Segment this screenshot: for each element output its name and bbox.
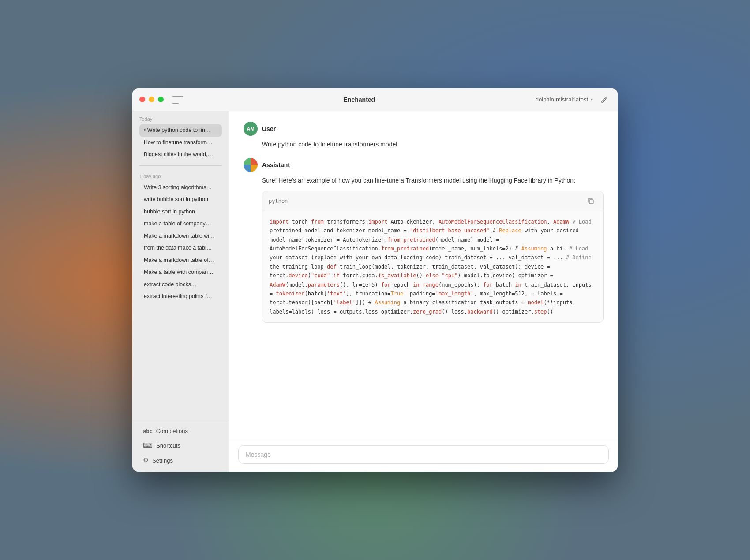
shortcuts-label: Shortcuts xyxy=(156,442,180,449)
assistant-avatar xyxy=(244,158,258,172)
new-chat-button[interactable] xyxy=(598,93,611,106)
sidebar-toggle-line-2 xyxy=(172,103,179,104)
input-area xyxy=(229,439,618,472)
shortcuts-button[interactable]: ⌨ Shortcuts xyxy=(136,438,225,452)
settings-button[interactable]: ⚙ Settings xyxy=(136,453,225,467)
content-area: Today Write python code to fin… How to f… xyxy=(132,111,618,472)
user-avatar: AM xyxy=(244,122,258,136)
sidebar-item-6[interactable]: make a table of company… xyxy=(139,218,222,230)
user-avatar-initials: AM xyxy=(247,126,254,131)
model-name: dolphin-mistral:latest xyxy=(536,96,588,103)
completions-icon: abc xyxy=(143,428,153,434)
yesterday-label: 1 day ago xyxy=(139,174,222,179)
settings-label: Settings xyxy=(152,457,173,464)
titlebar: Enchanted dolphin-mistral:latest ▾ xyxy=(132,88,618,111)
chevron-down-icon: ▾ xyxy=(591,97,593,102)
copy-code-button[interactable] xyxy=(585,195,597,207)
today-label: Today xyxy=(139,116,222,122)
sidebar: Today Write python code to fin… How to f… xyxy=(132,111,229,472)
code-lang-label: python xyxy=(269,198,288,204)
sidebar-item-12[interactable]: extract interesting points f… xyxy=(139,291,222,303)
sidebar-item-7[interactable]: Make a markdown table wi… xyxy=(139,230,222,243)
user-message: AM User Write python code to finetune tr… xyxy=(244,122,604,149)
today-section: Today Write python code to fin… How to f… xyxy=(132,111,229,163)
close-button[interactable] xyxy=(139,97,145,102)
assistant-sender-label: Assistant xyxy=(262,161,290,168)
app-window: Enchanted dolphin-mistral:latest ▾ Today… xyxy=(132,88,618,472)
maximize-button[interactable] xyxy=(158,97,164,102)
assistant-intro-text: Sure! Here's an example of how you can f… xyxy=(244,175,604,185)
user-message-header: AM User xyxy=(244,122,604,136)
sidebar-divider-1 xyxy=(139,165,222,166)
minimize-button[interactable] xyxy=(149,97,154,102)
app-title: Enchanted xyxy=(183,96,536,103)
user-sender-label: User xyxy=(262,125,276,132)
sidebar-item-9[interactable]: Make a markdown table of… xyxy=(139,254,222,267)
model-selector[interactable]: dolphin-mistral:latest ▾ xyxy=(536,96,593,103)
copy-icon xyxy=(587,198,594,205)
traffic-lights xyxy=(139,97,164,102)
settings-icon: ⚙ xyxy=(143,456,149,464)
completions-button[interactable]: abc Completions xyxy=(136,425,225,437)
sidebar-toggle-button[interactable] xyxy=(172,96,183,104)
message-input[interactable] xyxy=(238,445,609,464)
chat-area: AM User Write python code to finetune tr… xyxy=(229,111,618,439)
sidebar-item-4[interactable]: write bubble sort in python xyxy=(139,194,222,206)
user-message-text: Write python code to finetune transforme… xyxy=(244,139,604,149)
sidebar-item-8[interactable]: from the data make a tabl… xyxy=(139,242,222,254)
sidebar-item-2[interactable]: Biggest cities in the world,… xyxy=(139,149,222,161)
sidebar-item-3[interactable]: Write 3 sorting algorithms… xyxy=(139,182,222,194)
compose-icon xyxy=(601,96,608,103)
main-chat: AM User Write python code to finetune tr… xyxy=(229,111,618,472)
code-header: python xyxy=(262,191,603,211)
sidebar-item-0[interactable]: Write python code to fin… xyxy=(139,124,222,137)
sidebar-toggle-line-1 xyxy=(172,96,183,97)
sidebar-item-10[interactable]: Make a table with compan… xyxy=(139,266,222,279)
sidebar-item-11[interactable]: extract code blocks… xyxy=(139,279,222,291)
code-block: python import torch from transformers im… xyxy=(262,191,604,323)
sidebar-item-1[interactable]: How to finetune transform… xyxy=(139,137,222,149)
code-content: import torch from transformers import Au… xyxy=(262,211,603,322)
assistant-message-header: Assistant xyxy=(244,158,604,172)
shortcuts-icon: ⌨ xyxy=(143,441,153,449)
yesterday-section: 1 day ago Write 3 sorting algorithms… wr… xyxy=(132,168,229,305)
sidebar-item-5[interactable]: bubble sort in python xyxy=(139,206,222,218)
svg-rect-0 xyxy=(589,200,593,204)
completions-label: Completions xyxy=(156,428,188,434)
assistant-message: Assistant Sure! Here's an example of how… xyxy=(244,158,604,323)
sidebar-bottom: abc Completions ⌨ Shortcuts ⚙ Settings xyxy=(132,420,229,472)
